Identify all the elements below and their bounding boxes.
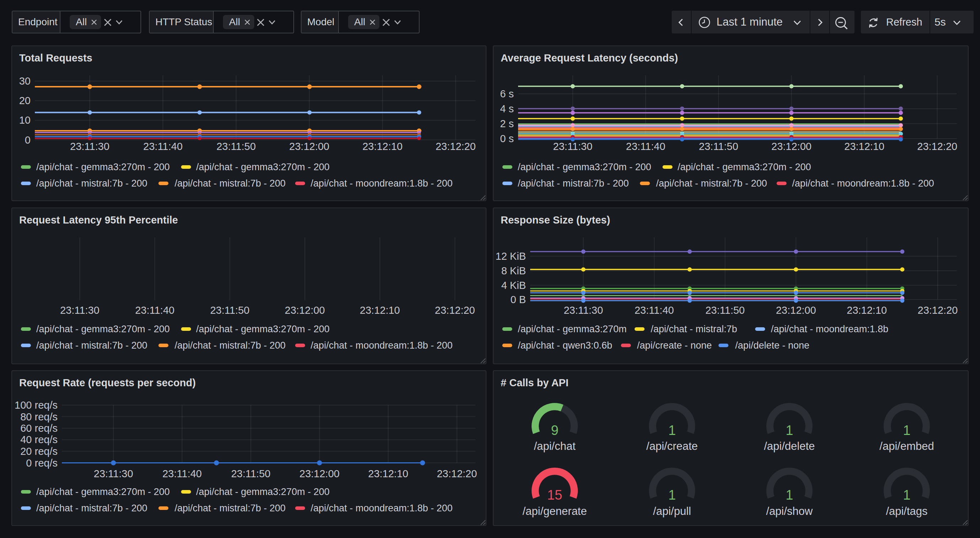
svg-text:0 req/s: 0 req/s bbox=[26, 457, 57, 469]
svg-text:4 s: 4 s bbox=[500, 103, 514, 114]
svg-text:/api/chat - moondream:1.8b: /api/chat - moondream:1.8b bbox=[771, 324, 888, 334]
svg-text:/api/generate: /api/generate bbox=[523, 505, 587, 517]
svg-text:/api/chat: /api/chat bbox=[534, 440, 576, 452]
svg-text:/api/tags: /api/tags bbox=[886, 505, 928, 517]
svg-text:23:12:10: 23:12:10 bbox=[846, 305, 887, 316]
svg-text:20 req/s: 20 req/s bbox=[20, 446, 57, 457]
svg-text:/api/chat - gemma3:270m - 200: /api/chat - gemma3:270m - 200 bbox=[196, 486, 329, 497]
svg-text:23:11:40: 23:11:40 bbox=[143, 141, 183, 152]
svg-text:/api/chat - moondream:1.8b - 2: /api/chat - moondream:1.8b - 200 bbox=[311, 340, 453, 351]
svg-text:/api/delete - none: /api/delete - none bbox=[735, 340, 810, 351]
svg-text:60 req/s: 60 req/s bbox=[20, 422, 57, 434]
svg-text:23:11:30: 23:11:30 bbox=[563, 305, 603, 316]
svg-text:/api/show: /api/show bbox=[766, 505, 813, 517]
svg-text:23:12:20: 23:12:20 bbox=[918, 305, 958, 316]
svg-text:23:12:20: 23:12:20 bbox=[917, 141, 957, 152]
svg-text:Total Requests: Total Requests bbox=[19, 52, 92, 63]
svg-text:23:11:50: 23:11:50 bbox=[231, 468, 270, 479]
svg-text:/api/chat - gemma3:270m - 200: /api/chat - gemma3:270m - 200 bbox=[36, 486, 170, 497]
svg-text:23:12:00: 23:12:00 bbox=[776, 305, 816, 316]
svg-text:23:12:10: 23:12:10 bbox=[368, 468, 408, 479]
svg-text:/api/chat - mistral:7b - 200: /api/chat - mistral:7b - 200 bbox=[175, 340, 286, 351]
svg-text:/api/chat - gemma3:270m - 200: /api/chat - gemma3:270m - 200 bbox=[196, 162, 329, 172]
svg-text:1: 1 bbox=[786, 423, 793, 438]
svg-text:0 s: 0 s bbox=[500, 133, 514, 144]
svg-text:/api/chat - mistral:7b - 200: /api/chat - mistral:7b - 200 bbox=[36, 503, 147, 514]
svg-text:/api/chat - mistral:7b - 200: /api/chat - mistral:7b - 200 bbox=[518, 178, 629, 189]
svg-text:23:12:00: 23:12:00 bbox=[299, 468, 340, 479]
svg-text:/api/chat - moondream:1.8b - 2: /api/chat - moondream:1.8b - 200 bbox=[792, 178, 934, 189]
svg-text:/api/chat - moondream:1.8b - 2: /api/chat - moondream:1.8b - 200 bbox=[311, 503, 453, 514]
svg-text:23:12:10: 23:12:10 bbox=[362, 141, 402, 152]
svg-text:/api/chat - gemma3:270m: /api/chat - gemma3:270m bbox=[518, 324, 627, 334]
svg-text:1: 1 bbox=[903, 487, 910, 503]
svg-text:23:11:40: 23:11:40 bbox=[626, 141, 665, 152]
svg-text:/api/chat - mistral:7b: /api/chat - mistral:7b bbox=[651, 324, 737, 334]
svg-text:30: 30 bbox=[19, 75, 30, 87]
svg-text:12 KiB: 12 KiB bbox=[496, 251, 526, 262]
svg-text:/api/chat - qwen3:0.6b: /api/chat - qwen3:0.6b bbox=[518, 340, 612, 351]
svg-text:23:12:10: 23:12:10 bbox=[844, 141, 885, 152]
svg-text:23:11:30: 23:11:30 bbox=[94, 468, 134, 479]
svg-text:/api/chat - moondream:1.8b - 2: /api/chat - moondream:1.8b - 200 bbox=[311, 178, 453, 189]
svg-text:23:12:10: 23:12:10 bbox=[360, 305, 400, 316]
svg-text:15: 15 bbox=[547, 487, 562, 503]
svg-text:1: 1 bbox=[786, 487, 793, 503]
svg-text:/api/chat - mistral:7b - 200: /api/chat - mistral:7b - 200 bbox=[36, 178, 147, 189]
svg-text:/api/chat - gemma3:270m - 200: /api/chat - gemma3:270m - 200 bbox=[36, 162, 170, 172]
svg-text:23:11:50: 23:11:50 bbox=[705, 305, 745, 316]
svg-text:0: 0 bbox=[25, 134, 30, 146]
svg-text:/api/chat - mistral:7b - 200: /api/chat - mistral:7b - 200 bbox=[36, 340, 147, 351]
svg-text:/api/chat - mistral:7b - 200: /api/chat - mistral:7b - 200 bbox=[656, 178, 767, 189]
svg-text:1: 1 bbox=[903, 423, 910, 438]
svg-text:23:11:40: 23:11:40 bbox=[162, 468, 202, 479]
svg-text:/api/chat - gemma3:270m - 200: /api/chat - gemma3:270m - 200 bbox=[196, 324, 329, 334]
svg-text:23:11:40: 23:11:40 bbox=[135, 305, 175, 316]
svg-text:/api/chat - mistral:7b - 200: /api/chat - mistral:7b - 200 bbox=[175, 503, 286, 514]
svg-text:/api/pull: /api/pull bbox=[653, 505, 691, 517]
svg-text:1: 1 bbox=[668, 487, 676, 503]
svg-text:/api/chat - gemma3:270m - 200: /api/chat - gemma3:270m - 200 bbox=[518, 162, 651, 172]
svg-text:6 s: 6 s bbox=[500, 88, 514, 100]
svg-text:/api/chat - gemma3:270m - 200: /api/chat - gemma3:270m - 200 bbox=[36, 324, 170, 334]
svg-text:23:11:50: 23:11:50 bbox=[216, 141, 256, 152]
svg-text:23:12:00: 23:12:00 bbox=[285, 305, 325, 316]
svg-text:# Calls by API: # Calls by API bbox=[501, 377, 569, 389]
svg-text:8 KiB: 8 KiB bbox=[501, 265, 526, 276]
svg-text:20: 20 bbox=[19, 95, 30, 106]
svg-text:23:12:00: 23:12:00 bbox=[771, 141, 811, 152]
svg-text:/api/create: /api/create bbox=[646, 440, 698, 452]
svg-text:23:12:00: 23:12:00 bbox=[289, 141, 329, 152]
svg-text:23:11:40: 23:11:40 bbox=[634, 305, 674, 316]
svg-text:/api/chat - mistral:7b - 200: /api/chat - mistral:7b - 200 bbox=[175, 178, 286, 189]
svg-text:Request Rate (requests per sec: Request Rate (requests per second) bbox=[19, 377, 196, 389]
svg-text:1: 1 bbox=[668, 423, 676, 438]
svg-text:23:12:20: 23:12:20 bbox=[436, 141, 476, 152]
svg-text:23:11:50: 23:11:50 bbox=[210, 305, 250, 316]
svg-text:Average Request Latency (secon: Average Request Latency (seconds) bbox=[501, 52, 678, 63]
svg-text:23:12:20: 23:12:20 bbox=[437, 468, 477, 479]
svg-text:Response Size (bytes): Response Size (bytes) bbox=[501, 214, 610, 225]
svg-text:2 s: 2 s bbox=[500, 118, 514, 129]
svg-text:/api/chat - gemma3:270m - 200: /api/chat - gemma3:270m - 200 bbox=[678, 162, 811, 172]
svg-text:40 req/s: 40 req/s bbox=[20, 434, 57, 445]
svg-text:23:12:20: 23:12:20 bbox=[435, 305, 475, 316]
svg-text:Request Latency 95th Percentil: Request Latency 95th Percentile bbox=[19, 214, 178, 225]
svg-text:/api/embed: /api/embed bbox=[879, 440, 934, 452]
svg-text:/api/create - none: /api/create - none bbox=[637, 340, 712, 351]
svg-text:23:11:30: 23:11:30 bbox=[553, 141, 592, 152]
svg-text:0 B: 0 B bbox=[510, 294, 526, 305]
svg-text:9: 9 bbox=[551, 423, 558, 438]
svg-text:100 req/s: 100 req/s bbox=[14, 400, 57, 411]
svg-text:23:11:50: 23:11:50 bbox=[699, 141, 738, 152]
svg-text:23:11:30: 23:11:30 bbox=[70, 141, 110, 152]
svg-text:80 req/s: 80 req/s bbox=[20, 411, 57, 422]
svg-text:10: 10 bbox=[19, 114, 30, 126]
svg-text:4 KiB: 4 KiB bbox=[501, 280, 526, 291]
svg-text:/api/delete: /api/delete bbox=[764, 440, 815, 452]
svg-text:23:11:30: 23:11:30 bbox=[60, 305, 100, 316]
